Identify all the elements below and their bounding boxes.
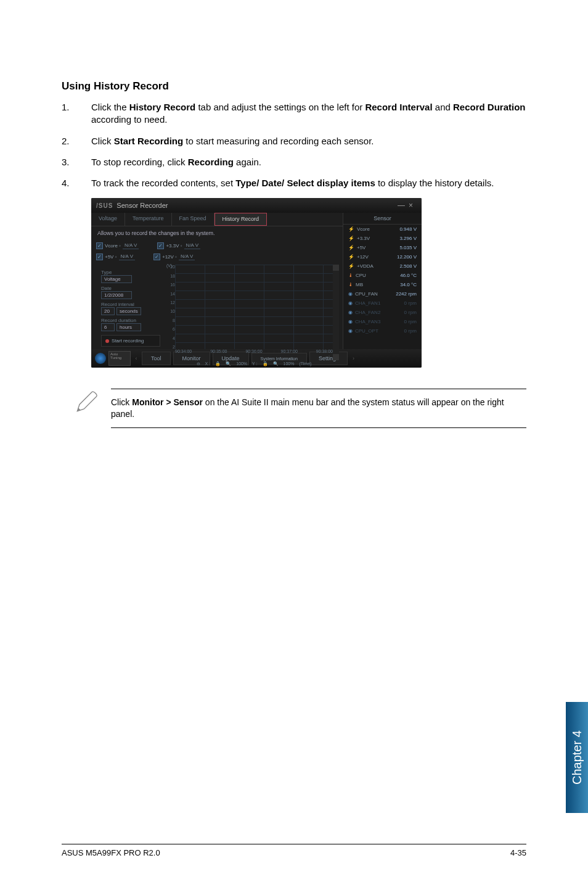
scrollbar[interactable] [333, 265, 339, 360]
t: +3.3V ◦ [166, 243, 182, 249]
t: Click [91, 136, 114, 146]
t: to start measuring and recording each se… [183, 136, 374, 146]
scroll-down-icon[interactable] [333, 354, 339, 360]
left-controls: Type Voltage Date 1/2/2008 Record interv… [95, 265, 164, 360]
tick: 6 [166, 327, 175, 331]
tick: 90:34:00 [175, 349, 192, 360]
step-text: To track the recorded contents, set Type… [91, 177, 526, 189]
sensor-value: 2242 rpm [396, 291, 417, 297]
tab-voltage[interactable]: Voltage [91, 213, 125, 226]
tick: 2 [166, 345, 175, 349]
thermo-icon: 🌡 [348, 282, 353, 287]
t: again. [234, 157, 261, 167]
t: 100% [236, 361, 247, 366]
t: to display the history details. [375, 178, 494, 188]
sensor-row: ◉CPU_FAN2242 rpm [343, 289, 422, 299]
step-text: To stop recording, click Recording again… [91, 156, 526, 168]
tab-temperature[interactable]: Temperature [125, 213, 172, 226]
sensor-name: CHA_FAN3 [355, 319, 380, 324]
lock-icon[interactable]: 🔒 [215, 361, 221, 366]
sensor-row: ◉CPU_OPT0 rpm [343, 326, 422, 336]
check-5v[interactable]: ✓+5V ◦N/A V [96, 253, 135, 260]
scroll-up-icon[interactable] [333, 265, 339, 271]
sensor-row: ⚡+5V5.035 V [343, 243, 422, 252]
tab-fan-speed[interactable]: Fan Speed [172, 213, 214, 226]
sensor-name: CHA_FAN1 [355, 300, 380, 306]
sensor-row: ⚡+VDDA2.508 V [343, 262, 422, 271]
check-3v3[interactable]: ✓+3.3V ◦N/A V [157, 242, 200, 249]
value: N/A V [123, 242, 139, 249]
sensor-row: ⚡Vcore0.948 V [343, 225, 422, 234]
sensor-panel: Sensor ⚡Vcore0.948 V⚡+3.3V3.296 V⚡+5V5.0… [343, 213, 422, 349]
duration-unit[interactable]: hours [116, 323, 141, 331]
interval-value[interactable]: 20 [101, 307, 115, 315]
check-vcore[interactable]: ✓Vcore ◦N/A V [96, 242, 139, 249]
tick: 4 [166, 336, 175, 340]
checkbox-icon[interactable]: ✓ [157, 242, 164, 249]
t: Click [111, 397, 132, 407]
checkbox-icon[interactable]: ✓ [96, 242, 103, 249]
tab-history-record[interactable]: History Record [214, 213, 267, 226]
search-icon[interactable]: 🔍 [273, 361, 279, 366]
bolt-icon: ⚡ [348, 245, 354, 250]
lock-icon[interactable]: 🔒 [263, 361, 268, 366]
sensor-name: +12V [357, 254, 369, 260]
type-dropdown[interactable]: Voltage [101, 275, 132, 283]
bolt-icon: ⚡ [348, 254, 354, 260]
checkbox-icon[interactable]: ✓ [96, 254, 103, 260]
note-block: Click Monitor > Sensor on the AI Suite I… [62, 389, 526, 428]
zoom-out-icon[interactable]: ⊖ [197, 361, 200, 366]
sensor-row: ◉CHA_FAN30 rpm [343, 317, 422, 326]
start-recording-button[interactable]: Start recording [101, 335, 160, 347]
t: History Record [129, 102, 196, 112]
nav-right-icon[interactable]: › [350, 355, 356, 361]
t: Start recording [112, 338, 144, 344]
t: To stop recording, click [91, 157, 188, 167]
interval-unit[interactable]: seconds [116, 307, 141, 315]
sensor-row: 🌡CPU46.0 °C [343, 271, 422, 280]
minimize-button[interactable]: — [398, 201, 409, 210]
bolt-icon: ⚡ [348, 226, 354, 232]
t: Vcore ◦ [105, 243, 121, 249]
sensor-value: 2.508 V [399, 263, 417, 269]
step-text: Click the History Record tab and adjust … [91, 101, 526, 126]
t: 100% [284, 361, 295, 366]
step-1: 1. Click the History Record tab and adju… [62, 101, 526, 126]
step-num: 1. [62, 101, 91, 126]
sensor-name: Vcore [357, 226, 370, 232]
t: Monitor > Sensor [132, 397, 203, 407]
y-axis: 20 18 16 14 12 10 8 6 4 2 [166, 265, 175, 349]
t: and [433, 102, 453, 112]
titlebar: /SUS Sensor Recorder —× [91, 198, 422, 213]
date-dropdown[interactable]: 1/2/2008 [101, 291, 132, 299]
tick: 14 [166, 292, 175, 296]
t: Y : [252, 361, 257, 366]
fan-icon: ◉ [348, 319, 353, 324]
tick: 8 [166, 318, 175, 323]
sensor-row: ⚡+3.3V3.296 V [343, 234, 422, 243]
record-duration-label: Record duration [101, 318, 160, 323]
search-icon[interactable]: 🔍 [226, 361, 231, 366]
sensor-row: ⚡+12V12.200 V [343, 252, 422, 262]
sensor-value: 0 rpm [404, 328, 417, 334]
type-label: Type [101, 270, 160, 275]
close-button[interactable]: × [409, 201, 417, 210]
note-text: Click Monitor > Sensor on the AI Suite I… [111, 389, 526, 428]
tick: 18 [166, 274, 175, 278]
sensor-name: +VDDA [357, 263, 374, 269]
footer-page-number: 4-35 [510, 848, 526, 857]
steps-list: 1. Click the History Record tab and adju… [62, 101, 526, 189]
sensor-name: MB [356, 282, 363, 287]
section-heading: Using History Record [62, 80, 526, 93]
checkbox-icon[interactable]: ✓ [153, 254, 160, 260]
auto-tuning-button[interactable]: Auto Tuning [108, 351, 131, 366]
check-12v[interactable]: ✓+12V ◦N/A V [153, 253, 195, 260]
value: N/A V [184, 242, 200, 249]
sensor-row: ◉CHA_FAN20 rpm [343, 308, 422, 317]
sensor-value: 0 rpm [404, 319, 417, 324]
duration-value[interactable]: 6 [101, 323, 115, 331]
tab-description: Allows you to record the changes in the … [91, 226, 343, 240]
history-chart: (V) 20 18 16 14 12 10 8 6 4 2 [166, 265, 333, 360]
note-pencil-icon [62, 389, 111, 416]
tick: 20 [166, 265, 175, 269]
